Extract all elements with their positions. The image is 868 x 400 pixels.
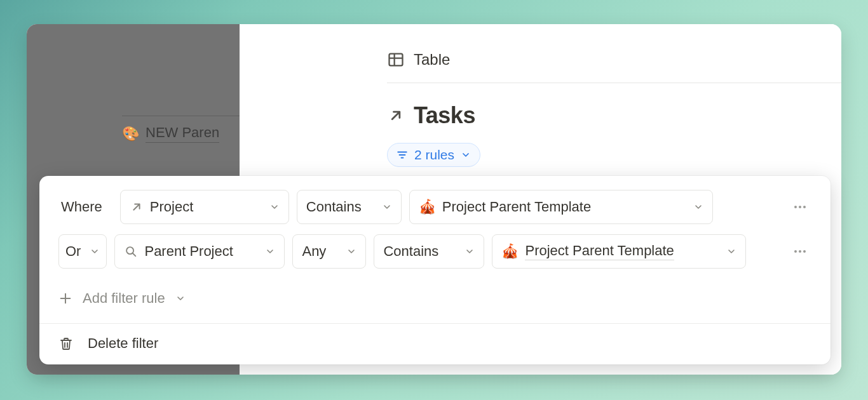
chevron-down-icon bbox=[693, 202, 703, 212]
value-select[interactable]: 🎪 Project Parent Template bbox=[409, 190, 713, 224]
rollup-quantifier-select[interactable]: Any bbox=[292, 234, 366, 269]
svg-point-7 bbox=[803, 250, 806, 253]
svg-point-5 bbox=[794, 250, 797, 253]
delete-filter-label: Delete filter bbox=[88, 335, 158, 352]
open-arrow-icon bbox=[387, 107, 405, 124]
add-filter-rule[interactable]: Add filter rule bbox=[58, 279, 811, 323]
chevron-down-icon bbox=[461, 150, 471, 160]
circus-tent-icon: 🎪 bbox=[501, 243, 519, 260]
svg-point-3 bbox=[803, 206, 806, 208]
database-title-row[interactable]: Tasks bbox=[387, 102, 475, 129]
left-divider bbox=[122, 116, 240, 116]
rule-row-menu[interactable] bbox=[789, 240, 811, 263]
value-label: Project Parent Template bbox=[442, 199, 591, 215]
svg-point-1 bbox=[794, 206, 797, 208]
chevron-down-icon bbox=[382, 202, 392, 212]
filter-icon bbox=[397, 150, 408, 159]
svg-point-6 bbox=[799, 250, 801, 253]
conjunction-select[interactable]: Or bbox=[58, 234, 107, 269]
delete-filter[interactable]: Delete filter bbox=[39, 324, 831, 364]
rule-prefix: Where bbox=[58, 199, 105, 215]
palette-icon: 🎨 bbox=[122, 126, 139, 142]
relation-arrow-icon bbox=[130, 200, 144, 214]
condition-label: Contains bbox=[383, 243, 438, 260]
table-icon bbox=[387, 51, 405, 69]
chevron-down-icon bbox=[465, 246, 475, 257]
rollup-quantifier-label: Any bbox=[302, 243, 326, 260]
condition-label: Contains bbox=[306, 199, 362, 215]
rollup-search-icon bbox=[124, 244, 138, 258]
plus-icon bbox=[58, 291, 72, 305]
field-label: Project bbox=[150, 199, 193, 215]
field-label: Parent Project bbox=[144, 243, 233, 260]
filter-rule-row: Where Project Contains 🎪 Project bbox=[58, 190, 811, 224]
conjunction-label: Or bbox=[65, 243, 81, 260]
filter-rule-row: Or Parent Project Any bbox=[58, 234, 811, 269]
view-tab-table[interactable]: Table bbox=[387, 51, 450, 69]
condition-select[interactable]: Contains bbox=[297, 190, 402, 224]
view-tab-label: Table bbox=[414, 51, 450, 69]
svg-point-2 bbox=[799, 206, 801, 208]
condition-select[interactable]: Contains bbox=[374, 234, 484, 269]
value-select[interactable]: 🎪 Project Parent Template bbox=[492, 234, 746, 269]
rule-row-menu[interactable] bbox=[789, 196, 811, 218]
add-filter-label: Add filter rule bbox=[83, 290, 165, 307]
left-pane-item[interactable]: 🎨 NEW Paren bbox=[122, 124, 219, 143]
filter-rules-label: 2 rules bbox=[414, 147, 454, 163]
filter-popup: Where Project Contains 🎪 Project bbox=[39, 176, 831, 364]
chevron-down-icon bbox=[175, 293, 186, 303]
database-title: Tasks bbox=[414, 102, 475, 129]
tab-underline bbox=[387, 83, 841, 83]
chevron-down-icon bbox=[265, 246, 275, 257]
circus-tent-icon: 🎪 bbox=[419, 199, 436, 215]
chevron-down-icon bbox=[726, 246, 736, 257]
field-select-parent-project[interactable]: Parent Project bbox=[114, 234, 285, 269]
chevron-down-icon bbox=[346, 246, 356, 257]
left-item-label: NEW Paren bbox=[146, 124, 219, 143]
field-select-project[interactable]: Project bbox=[120, 190, 289, 224]
chevron-down-icon bbox=[269, 202, 280, 212]
filter-rules-chip[interactable]: 2 rules bbox=[387, 143, 480, 167]
value-label: Project Parent Template bbox=[525, 243, 674, 260]
trash-icon bbox=[58, 336, 74, 351]
chevron-down-icon bbox=[90, 246, 100, 257]
svg-rect-0 bbox=[390, 54, 403, 66]
